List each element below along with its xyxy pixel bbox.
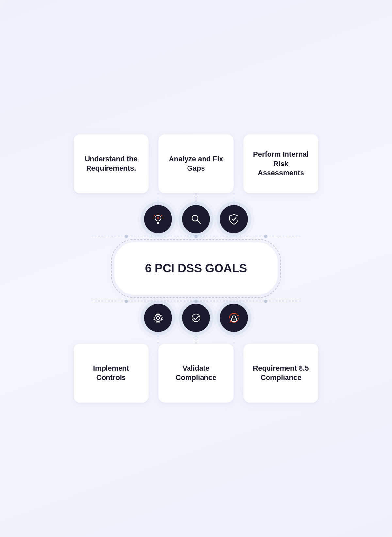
check-icon-circle: [182, 304, 210, 332]
card-perform: Perform Internal Risk Assessments: [243, 134, 318, 193]
connector-v-lock-down: [234, 332, 234, 344]
card-understand-text: Understand the Requirements.: [81, 154, 141, 173]
lightbulb-icon: [152, 213, 165, 226]
dot-right: [264, 235, 267, 238]
card-analyze: Analyze and Fix Gaps: [158, 134, 234, 193]
h-line-bottom: [91, 301, 301, 301]
lightbulb-icon-circle: [144, 205, 172, 233]
dot-center: [194, 235, 198, 238]
shield-icon-circle: [220, 205, 248, 233]
dot-bl: [125, 300, 128, 303]
svg-point-13: [192, 314, 200, 322]
lock-icon-circle: [220, 304, 248, 332]
h-line-top: [91, 236, 301, 236]
shield-check-icon: [227, 213, 240, 226]
bottom-icon-row: [56, 304, 336, 344]
h-connector-bottom: [91, 298, 301, 304]
bottom-cards-row: Implement Controls Validate Compliance R…: [56, 344, 336, 403]
search-icon-circle: [182, 205, 210, 233]
h-connector-top: [91, 233, 301, 239]
card-validate: Validate Compliance: [158, 344, 234, 403]
top-icon-row: [56, 193, 336, 233]
icon-wrapper-search: [182, 193, 210, 233]
gear-icon: [152, 311, 165, 324]
page-wrapper: Understand the Requirements. Analyze and…: [0, 0, 392, 537]
card-validate-text: Validate Compliance: [166, 364, 226, 382]
card-requirement: Requirement 8.5 Compliance: [243, 344, 318, 403]
card-analyze-text: Analyze and Fix Gaps: [166, 154, 226, 173]
center-oval-wrapper: 6 PCI DSS GOALS: [111, 239, 281, 298]
icon-wrapper-gear: [144, 304, 172, 344]
search-icon: [189, 213, 203, 226]
check-circle-icon: [189, 311, 203, 324]
lock-refresh-icon: [227, 311, 240, 324]
connector-v-shield: [234, 193, 234, 205]
diagram-container: Understand the Requirements. Analyze and…: [56, 134, 336, 403]
card-understand: Understand the Requirements.: [74, 134, 149, 193]
icon-wrapper-check: [182, 304, 210, 344]
svg-line-6: [161, 215, 162, 216]
svg-point-15: [234, 319, 235, 320]
card-perform-text: Perform Internal Risk Assessments: [251, 150, 311, 178]
gear-icon-circle: [144, 304, 172, 332]
dot-left: [125, 235, 128, 238]
card-implement-text: Implement Controls: [81, 364, 141, 382]
connector-v-gear-down: [158, 332, 158, 344]
icon-wrapper-lock: [220, 304, 248, 344]
dot-bc: [194, 300, 198, 303]
svg-point-9: [157, 217, 159, 219]
oval-outer: 6 PCI DSS GOALS: [111, 239, 281, 298]
svg-line-5: [154, 215, 155, 216]
connector-v-bulb: [158, 193, 158, 205]
dot-br: [264, 300, 267, 303]
svg-point-12: [156, 316, 160, 320]
icon-wrapper-shield: [220, 193, 248, 233]
connector-v-check-down: [196, 332, 196, 344]
oval-dashed-border: [111, 239, 281, 298]
connector-v-search: [196, 193, 196, 205]
svg-line-11: [197, 220, 201, 224]
card-implement: Implement Controls: [74, 344, 149, 403]
top-cards-row: Understand the Requirements. Analyze and…: [56, 134, 336, 193]
card-requirement-text: Requirement 8.5 Compliance: [251, 364, 311, 382]
icon-wrapper-bulb: [144, 193, 172, 233]
